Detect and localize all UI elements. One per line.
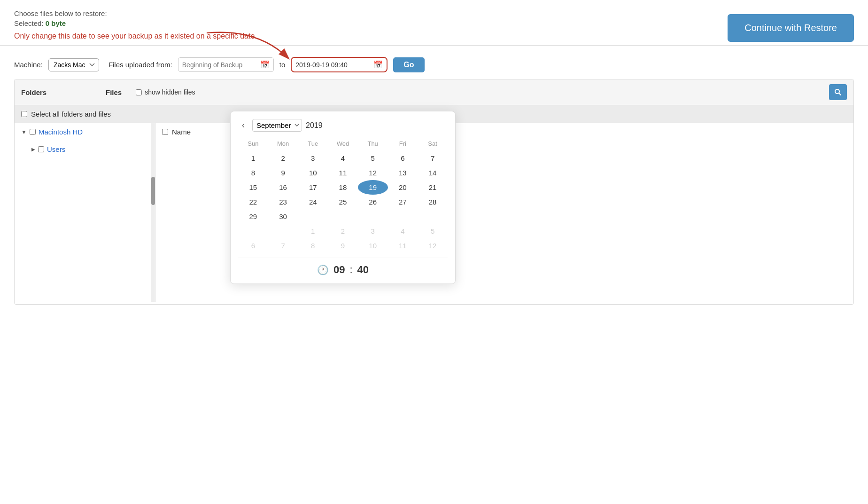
calendar-day[interactable]: 10 [358,238,388,253]
weekday-thu: Thu [358,138,388,151]
calendar-month-select[interactable]: September [252,119,302,132]
calendar-day[interactable]: 29 [238,209,268,224]
calendar-day[interactable]: 19 [358,180,388,195]
calendar-day[interactable]: 11 [328,165,358,180]
folder-users-checkbox[interactable] [38,146,44,152]
weekday-sat: Sat [418,138,448,151]
calendar-day [418,209,448,224]
show-hidden-files-label: show hidden files [145,88,195,96]
calendar-popup: ‹ September 2019 Sun Mon Tue Wed Thu Fri… [230,111,456,284]
calendar-day[interactable]: 15 [238,180,268,195]
folder-macintosh-hd[interactable]: ▼ Macintosh HD [15,123,155,141]
calendar-day[interactable]: 5 [358,151,388,165]
calendar-day[interactable]: 4 [328,151,358,165]
calendar-day [388,209,418,224]
weekday-wed: Wed [328,138,358,151]
calendar-day[interactable]: 20 [388,180,418,195]
calendar-time-row: 🕐 09 : 40 [238,258,448,276]
calendar-day[interactable]: 30 [268,209,298,224]
calendar-day[interactable]: 11 [388,238,418,253]
calendar-day[interactable]: 14 [418,165,448,180]
machine-select[interactable]: Zacks Mac [48,58,99,71]
to-calendar-icon[interactable]: 📅 [373,60,383,69]
calendar-day[interactable]: 6 [388,151,418,165]
calendar-day[interactable]: 8 [238,165,268,180]
calendar-day[interactable]: 3 [298,151,328,165]
select-all-checkbox[interactable] [21,111,27,117]
calendar-day [268,224,298,238]
calendar-day[interactable]: 4 [388,224,418,238]
expand-arrow-icon: ▶ [31,147,35,152]
scrollbar-track[interactable] [151,123,155,302]
search-icon [834,88,842,96]
weekday-mon: Mon [268,138,298,151]
files-name-col-label: Name [172,128,191,136]
go-button[interactable]: Go [393,57,424,72]
folders-column-label: Folders [21,88,96,96]
select-all-label: Select all folders and files [31,110,111,118]
calendar-day[interactable]: 24 [298,195,328,209]
calendar-day[interactable]: 28 [418,195,448,209]
show-hidden-files-wrap: show hidden files [136,88,195,96]
scrollbar-thumb[interactable] [151,177,155,205]
calendar-day [358,209,388,224]
calendar-day[interactable]: 18 [328,180,358,195]
weekday-sun: Sun [238,138,268,151]
weekday-tue: Tue [298,138,328,151]
time-separator: : [349,264,352,276]
folder-macintosh-hd-checkbox[interactable] [30,129,36,135]
search-button[interactable] [829,84,847,100]
expand-arrow-icon: ▼ [21,129,27,135]
calendar-day[interactable]: 9 [268,165,298,180]
folder-macintosh-hd-label: Macintosh HD [39,128,83,136]
calendar-day[interactable]: 1 [298,224,328,238]
calendar-day[interactable]: 16 [268,180,298,195]
calendar-day [238,224,268,238]
calendar-day[interactable]: 21 [418,180,448,195]
calendar-day[interactable]: 2 [328,224,358,238]
to-date-input[interactable]: 2019-09-19 09:40 [295,61,371,69]
calendar-day[interactable]: 10 [298,165,328,180]
calendar-day[interactable]: 25 [328,195,358,209]
weekday-fri: Fri [388,138,418,151]
calendar-nav: ‹ September 2019 [238,119,448,132]
files-select-checkbox[interactable] [162,129,168,135]
calendar-day[interactable]: 26 [358,195,388,209]
calendar-day[interactable]: 6 [238,238,268,253]
calendar-year: 2019 [306,121,323,130]
calendar-day[interactable]: 12 [358,165,388,180]
time-hour: 09 [333,264,345,276]
show-hidden-files-checkbox[interactable] [136,89,142,95]
files-column-label: Files [106,88,122,96]
calendar-day[interactable]: 12 [418,238,448,253]
calendar-grid: Sun Mon Tue Wed Thu Fri Sat 123456789101… [238,138,448,253]
calendar-day[interactable]: 22 [238,195,268,209]
calendar-day[interactable]: 1 [238,151,268,165]
main-area: Folders Files show hidden files Select a… [0,79,868,305]
calendar-day[interactable]: 2 [268,151,298,165]
hint-arrow-icon [202,28,296,66]
clock-icon: 🕐 [317,264,329,276]
folder-users-label: Users [47,145,65,153]
calendar-day[interactable]: 23 [268,195,298,209]
to-date-field[interactable]: 2019-09-19 09:40 📅 [291,57,388,72]
calendar-day[interactable]: 17 [298,180,328,195]
calendar-day[interactable]: 8 [298,238,328,253]
controls-bar: Machine: Zacks Mac Files uploaded from: … [0,50,868,79]
selected-value: 0 byte [46,19,66,27]
calendar-day[interactable]: 7 [418,151,448,165]
calendar-day[interactable]: 27 [388,195,418,209]
time-minute: 40 [357,264,369,276]
file-browser-header: Folders Files show hidden files [15,79,853,105]
hint-text: Only change this date to see your backup… [14,32,854,40]
calendar-day[interactable]: 5 [418,224,448,238]
calendar-prev-button[interactable]: ‹ [238,119,248,131]
calendar-day[interactable]: 7 [268,238,298,253]
svg-line-2 [839,93,841,95]
calendar-day[interactable]: 3 [358,224,388,238]
folder-users[interactable]: ▶ Users [15,141,155,158]
folders-column: ▼ Macintosh HD ▶ Users [15,123,155,302]
calendar-day[interactable]: 9 [328,238,358,253]
calendar-day [298,209,328,224]
calendar-day[interactable]: 13 [388,165,418,180]
